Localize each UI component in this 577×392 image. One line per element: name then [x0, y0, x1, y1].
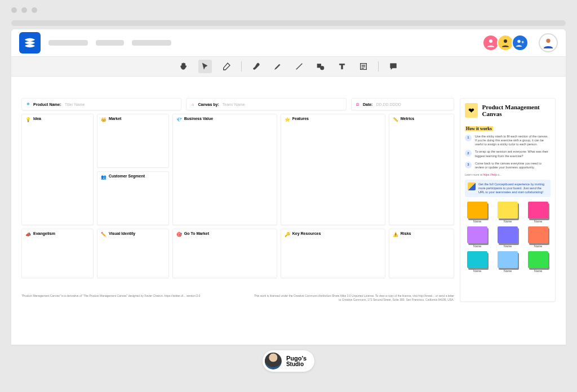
marker-tool-icon[interactable]	[271, 60, 285, 73]
card-idea[interactable]: 💡Idea	[21, 114, 94, 225]
palette-label: Name	[534, 269, 543, 273]
brush-tool-icon[interactable]	[250, 60, 263, 73]
card-go-to-market[interactable]: 🎯Go To Market	[172, 229, 277, 278]
date-label: Date:	[363, 103, 373, 106]
key-icon: 🔑	[285, 231, 290, 237]
svg-point-2	[517, 40, 520, 43]
shape-tool-icon[interactable]	[314, 60, 327, 73]
card-label: Features	[292, 117, 309, 121]
toolbar-divider	[241, 61, 242, 72]
pencil-icon: ✏️	[101, 231, 106, 237]
gem-icon: 💎	[176, 117, 182, 122]
card-risks[interactable]: ⚠️Risks	[389, 229, 454, 278]
toolbar	[11, 56, 566, 77]
note-tool-icon[interactable]	[357, 60, 370, 73]
canvas-area[interactable]: ✱ Product Name: Title/ Name ⌂ Canvas by:…	[11, 77, 566, 302]
sticky-color[interactable]	[467, 202, 487, 219]
panel-logo-icon: ❤	[465, 103, 478, 118]
card-label: Market	[109, 117, 122, 121]
svg-point-3	[546, 39, 550, 43]
learn-more: Learn more at https://help.c...	[465, 173, 551, 176]
info-panel: ❤ Product Management Canvas How it works…	[460, 98, 556, 302]
sticky-color[interactable]	[528, 251, 548, 268]
add-user-button[interactable]	[512, 34, 529, 51]
canvas-footer: "Product Management Canvas" is a derivat…	[21, 294, 454, 302]
sticky-color[interactable]	[498, 202, 518, 219]
canvas-by-label: Canvas by:	[198, 103, 219, 106]
bulb-icon: 💡	[25, 117, 31, 122]
url-bar[interactable]	[11, 20, 566, 26]
sticky-palette: Name Name Name Name Name Name Name Name …	[465, 202, 551, 273]
sticky-color[interactable]	[498, 251, 518, 268]
card-features[interactable]: ⭐Features	[281, 114, 385, 225]
palette-label: Name	[473, 220, 482, 223]
canvas-by-field[interactable]: ⌂ Canvas by: Team/ Name	[186, 98, 346, 110]
sticky-color[interactable]	[467, 226, 487, 243]
app-logo-icon[interactable]	[19, 32, 41, 54]
card-label: Evangelism	[33, 231, 55, 235]
crown-icon: 👑	[101, 117, 106, 122]
brand-avatar-icon	[265, 353, 282, 369]
card-evangelism[interactable]: 📣Evangelism	[21, 229, 94, 278]
palette-label: Name	[504, 269, 512, 273]
megaphone-icon: 📣	[25, 231, 31, 237]
text-tool-icon[interactable]	[335, 60, 349, 73]
svg-point-5	[320, 66, 324, 70]
step-text: Come back to the canvas everytime you ne…	[475, 162, 551, 170]
card-label: Customer Segment	[109, 174, 145, 178]
step-number-icon: 1	[465, 135, 472, 141]
card-key-resources[interactable]: 🔑Key Resources	[281, 229, 385, 278]
footer-right: This work is licensed under the Creative…	[251, 294, 454, 302]
footer-left: "Product Management Canvas" is a derivat…	[21, 294, 200, 302]
step-text: To wrap up the session ask everyone: Wha…	[475, 150, 551, 158]
sticky-color[interactable]	[498, 226, 518, 243]
card-visual-identity[interactable]: ✏️Visual Identity	[97, 229, 169, 278]
card-label: Metrics	[401, 117, 415, 121]
traffic-close-icon[interactable]	[11, 7, 17, 13]
card-market[interactable]: 👑Market	[97, 114, 169, 168]
canvas-grid: 💡Idea 👑Market 👥Customer Segment 💎Busines…	[21, 114, 454, 278]
eraser-tool-icon[interactable]	[220, 60, 233, 73]
card-customer-segment[interactable]: 👥Customer Segment	[97, 171, 169, 225]
learn-more-link[interactable]: https://help.c...	[483, 173, 502, 176]
team-icon: ⌂	[190, 101, 196, 107]
palette-label: Name	[473, 244, 482, 248]
card-label: Idea	[33, 117, 41, 121]
card-label: Visual Identity	[109, 231, 135, 235]
traffic-min-icon[interactable]	[21, 7, 27, 13]
ruler-icon: 📏	[393, 117, 398, 122]
brand-badge[interactable]: Pugo's Studio	[263, 350, 314, 372]
palette-label: Name	[473, 269, 482, 273]
sticky-color[interactable]	[528, 226, 548, 243]
palette-label: Name	[504, 244, 512, 248]
comment-tool-icon[interactable]	[387, 60, 400, 73]
product-name-field[interactable]: ✱ Product Name: Title/ Name	[21, 98, 181, 110]
select-tool-icon[interactable]	[198, 60, 212, 73]
canvas: ✱ Product Name: Title/ Name ⌂ Canvas by:…	[21, 98, 454, 302]
card-label: Risks	[401, 231, 411, 235]
how-it-works-heading: How it works	[465, 126, 493, 131]
star-icon: ⭐	[285, 117, 290, 122]
sticky-color[interactable]	[467, 251, 487, 268]
palette-label: Name	[504, 220, 512, 223]
calendar-icon: 🗓	[355, 101, 361, 107]
traffic-max-icon[interactable]	[32, 7, 37, 13]
card-label: Key Resources	[292, 231, 321, 235]
card-business-value[interactable]: 💎Business Value	[172, 114, 277, 225]
snowflake-icon: ✱	[25, 101, 31, 107]
step-text: Use the sticky stash to fill each sectio…	[475, 135, 551, 146]
date-field[interactable]: 🗓 Date: DD.DD.DDDD	[351, 98, 454, 110]
toolbar-divider	[378, 61, 379, 72]
current-user-avatar[interactable]	[539, 33, 558, 52]
card-label: Business Value	[184, 117, 213, 121]
svg-point-1	[504, 39, 507, 43]
line-tool-icon[interactable]	[292, 60, 306, 73]
sticky-color[interactable]	[528, 202, 548, 219]
canvas-by-placeholder: Team/ Name	[223, 103, 245, 106]
hand-tool-icon[interactable]	[177, 60, 190, 73]
card-metrics[interactable]: 📏Metrics	[389, 114, 454, 225]
breadcrumb-placeholder	[48, 40, 88, 46]
promo-text: Get the full Conceptboard experience by …	[478, 182, 548, 194]
palette-label: Name	[534, 220, 543, 223]
app-frame: ✱ Product Name: Title/ Name ⌂ Canvas by:…	[11, 29, 566, 345]
